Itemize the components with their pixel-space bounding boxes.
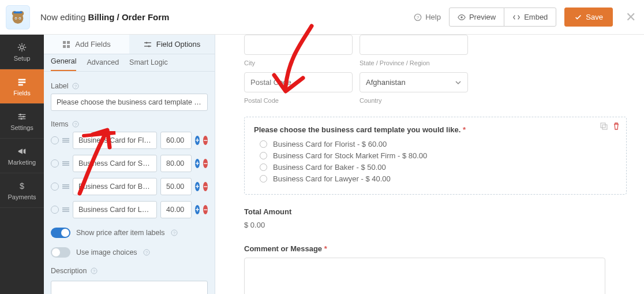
field-panel: Add Fields Field Options General Advance…: [44, 35, 215, 294]
item-price-input[interactable]: 40.00: [160, 201, 192, 218]
svg-rect-7: [13, 11, 22, 13]
item-default-radio[interactable]: [51, 183, 59, 191]
sliders-icon: [17, 111, 27, 122]
svg-text:?: ?: [417, 14, 420, 20]
nav-marketing[interactable]: Marketing: [0, 139, 44, 173]
panel-subtabs: General Advanced Smart Logic: [44, 54, 215, 71]
item-name-input[interactable]: Business Card for Florist: [73, 132, 157, 149]
item-name-input[interactable]: Business Card for Stock M: [73, 155, 157, 172]
item-price-input[interactable]: 60.00: [160, 132, 192, 149]
nav-fields[interactable]: Fields: [0, 69, 44, 104]
item-price-input[interactable]: 80.00: [160, 155, 192, 172]
check-icon: [574, 13, 582, 21]
svg-text:?: ?: [145, 250, 148, 255]
help-link[interactable]: ? Help: [414, 13, 441, 21]
close-button[interactable]: ✕: [626, 10, 636, 25]
help-icon[interactable]: ?: [72, 83, 79, 90]
tab-field-options[interactable]: Field Options: [129, 35, 215, 54]
nav-settings-label: Settings: [10, 124, 33, 131]
help-icon[interactable]: ?: [171, 229, 178, 236]
address-row-1: [244, 35, 627, 55]
drag-handle-icon[interactable]: [62, 184, 69, 189]
subtab-general[interactable]: General: [51, 57, 76, 71]
save-button[interactable]: Save: [564, 8, 613, 27]
address-row-2: Afghanistan: [244, 72, 627, 92]
show-price-toggle[interactable]: [51, 228, 70, 238]
help-icon[interactable]: ?: [143, 249, 150, 256]
drag-handle-icon[interactable]: [62, 207, 69, 212]
nav-settings[interactable]: Settings: [0, 104, 44, 139]
total-label: Total Amount: [244, 207, 627, 216]
svg-point-16: [23, 116, 24, 117]
remove-item-icon[interactable]: −: [203, 182, 208, 191]
remove-item-icon[interactable]: −: [203, 159, 208, 168]
country-sublabel: Country: [360, 97, 468, 104]
nav-marketing-label: Marketing: [8, 159, 36, 166]
trash-icon[interactable]: [612, 122, 620, 130]
show-price-label: Show price after item labels: [76, 229, 165, 237]
tab-add-fields[interactable]: Add Fields: [44, 35, 129, 54]
app-logo: [6, 5, 30, 29]
choice-option[interactable]: Business Card for Stock Market Firm - $ …: [260, 151, 617, 160]
choice-option[interactable]: Business Card for Florist - $ 60.00: [260, 140, 617, 148]
item-default-radio[interactable]: [51, 159, 59, 168]
item-price-input[interactable]: 50.00: [160, 178, 192, 195]
remove-item-icon[interactable]: −: [203, 136, 208, 145]
item-default-radio[interactable]: [51, 136, 59, 144]
image-choices-toggle[interactable]: [51, 247, 70, 258]
help-icon[interactable]: ?: [91, 267, 98, 274]
help-icon[interactable]: ?: [72, 121, 79, 128]
subtab-advanced[interactable]: Advanced: [87, 58, 119, 71]
choice-field-block[interactable]: Please choose the business card template…: [244, 117, 627, 195]
radio-icon: [260, 175, 267, 183]
nav-setup[interactable]: Setup: [0, 35, 44, 69]
svg-rect-21: [63, 45, 66, 48]
add-item-icon[interactable]: +: [195, 182, 200, 191]
label-heading: Label ?: [51, 82, 208, 90]
panel-tabs: Add Fields Field Options: [44, 35, 215, 54]
choice-option-label: Business Card for Florist - $ 60.00: [273, 140, 387, 148]
state-input[interactable]: [360, 35, 468, 55]
field-actions: [600, 122, 620, 130]
choice-option[interactable]: Business Card for Baker - $ 50.00: [260, 163, 617, 172]
remove-item-icon[interactable]: −: [203, 205, 208, 214]
preview-button[interactable]: Preview: [449, 8, 504, 27]
item-row: Business Card for Stock M 80.00 + −: [51, 155, 208, 172]
tab-field-options-label: Field Options: [156, 40, 201, 49]
fields-icon: [17, 77, 27, 87]
item-name-input[interactable]: Business Card for Lawyer: [73, 201, 157, 218]
radio-icon: [260, 163, 267, 171]
label-input[interactable]: Please choose the business card template…: [51, 94, 208, 111]
choice-field-label: Please choose the business card template…: [254, 125, 617, 134]
sliders-small-icon: [144, 40, 152, 49]
item-name-input[interactable]: Business Card for Baker: [73, 178, 157, 195]
add-item-icon[interactable]: +: [195, 159, 200, 168]
drag-handle-icon[interactable]: [62, 138, 69, 143]
subtab-smart[interactable]: Smart Logic: [129, 58, 168, 71]
total-value: $ 0.00: [244, 221, 627, 229]
state-sublabel: State / Province / Region: [360, 59, 468, 66]
city-input[interactable]: [244, 35, 353, 55]
help-icon: ?: [414, 13, 422, 21]
choice-option-label: Business Card for Lawyer - $ 40.00: [273, 174, 391, 183]
topbar: Now editing Billing / Order Form ? Help …: [0, 0, 644, 35]
left-nav: Setup Fields Settings Marketing $ Paymen…: [0, 35, 44, 294]
drag-handle-icon[interactable]: [62, 161, 69, 166]
choice-option[interactable]: Business Card for Lawyer - $ 40.00: [260, 174, 617, 183]
svg-rect-20: [67, 41, 70, 44]
svg-point-5: [16, 17, 17, 18]
svg-text:?: ?: [173, 230, 175, 236]
comment-textarea[interactable]: [244, 258, 605, 294]
svg-point-11: [20, 46, 23, 49]
duplicate-icon[interactable]: [600, 122, 608, 130]
form-name: Billing / Order Form: [88, 12, 170, 22]
description-textarea[interactable]: [51, 281, 208, 294]
item-default-radio[interactable]: [51, 206, 59, 214]
embed-button[interactable]: Embed: [504, 8, 556, 27]
add-item-icon[interactable]: +: [195, 205, 200, 214]
svg-rect-36: [602, 125, 607, 129]
nav-payments[interactable]: $ Payments: [0, 173, 44, 208]
country-select[interactable]: Afghanistan: [360, 72, 468, 92]
add-item-icon[interactable]: +: [195, 136, 200, 145]
postal-input[interactable]: [244, 72, 353, 92]
